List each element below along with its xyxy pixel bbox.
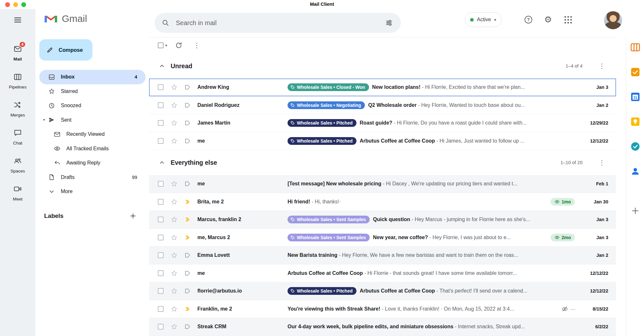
email-row[interactable]: Franklin, me 2You're viewing this with S… <box>149 300 616 318</box>
add-label-icon[interactable] <box>128 210 138 221</box>
row-checkbox[interactable] <box>158 235 164 240</box>
settings-gear-icon[interactable]: ⚙ <box>541 13 555 27</box>
row-checkbox[interactable] <box>158 102 164 108</box>
importance-marker-icon[interactable] <box>184 305 191 313</box>
star-icon[interactable] <box>171 198 178 205</box>
apps-grid-icon[interactable] <box>561 13 575 27</box>
search-options-icon[interactable] <box>382 15 396 30</box>
sidebar-item-inbox[interactable]: Inbox4 <box>39 70 146 84</box>
tasks-check-addon-icon[interactable] <box>630 66 641 78</box>
email-row[interactable]: me[Test message] New wholesale pricing -… <box>149 175 616 193</box>
star-icon[interactable] <box>171 84 178 91</box>
email-row[interactable]: Emma LovettNew Barista training - Hey Fl… <box>149 247 616 265</box>
chevron-down-icon[interactable]: ▾ <box>165 43 167 48</box>
star-icon[interactable] <box>171 305 178 313</box>
star-icon[interactable] <box>171 270 178 277</box>
star-icon[interactable] <box>171 119 178 126</box>
close-button[interactable] <box>5 2 10 7</box>
status-dropdown[interactable]: Active ▾ <box>465 12 502 27</box>
help-icon[interactable]: ? <box>521 13 535 27</box>
pipeline-stage-badge[interactable]: Wholesale Sales • Sent Samples <box>288 216 370 223</box>
star-icon[interactable] <box>171 323 178 330</box>
importance-marker-icon[interactable] <box>184 216 191 223</box>
streak-pipeline-icon[interactable] <box>184 119 191 126</box>
sidebar-item-drafts[interactable]: Drafts99 <box>39 170 146 185</box>
row-checkbox[interactable] <box>158 288 164 294</box>
streak-pipeline-icon[interactable] <box>184 323 191 330</box>
collapse-section-icon[interactable] <box>157 158 167 167</box>
sidebar-item-all-tracked-emails[interactable]: All Tracked Emails <box>39 142 146 156</box>
view-tracking-badge[interactable]: 2mo <box>551 234 575 241</box>
pipeline-stage-badge[interactable]: Wholesale Sales • Negotiating <box>288 101 365 109</box>
star-icon[interactable] <box>171 102 178 109</box>
sidebar-item-recently-viewed[interactable]: Recently Viewed <box>39 127 146 142</box>
calendar-icon[interactable]: 31 <box>630 91 641 103</box>
rail-item-pipelines[interactable]: Pipelines <box>9 72 27 89</box>
pipeline-stage-badge[interactable]: Wholesale Sales • Pitched <box>288 287 356 295</box>
streak-pipeline-icon[interactable] <box>184 102 191 109</box>
tasks-icon[interactable] <box>630 141 641 152</box>
contacts-icon[interactable] <box>630 165 641 177</box>
section-more-icon[interactable]: ⋮ <box>596 157 608 168</box>
row-checkbox[interactable] <box>158 252 164 258</box>
email-row[interactable]: Streak CRMOur 4-day work week, bulk pipe… <box>149 318 616 336</box>
select-all-checkbox[interactable]: ▾ <box>158 42 167 48</box>
row-checkbox[interactable] <box>158 120 164 126</box>
email-row[interactable]: florrie@arbutus.ioWholesale Sales • Pitc… <box>149 282 616 300</box>
section-more-icon[interactable]: ⋮ <box>596 60 608 72</box>
star-icon[interactable] <box>171 252 178 259</box>
sidebar-item-sent[interactable]: Sent <box>39 113 146 127</box>
email-row[interactable]: Marcus, franklin 2Wholesale Sales • Sent… <box>149 211 616 229</box>
view-tracking-badge[interactable]: 1mo <box>551 198 575 206</box>
collapse-icon[interactable] <box>42 118 46 122</box>
main-menu-icon[interactable] <box>11 13 25 27</box>
email-row[interactable]: Daniel RodriguezWholesale Sales • Negoti… <box>149 97 616 115</box>
streak-addon-icon[interactable] <box>630 42 641 53</box>
rail-item-merges[interactable]: Merges <box>10 100 25 117</box>
email-row[interactable]: Brita, me 2Hi friend! - Hi, thanks!·1moJ… <box>149 193 616 211</box>
keep-icon[interactable] <box>630 116 641 127</box>
row-checkbox[interactable] <box>158 270 164 276</box>
star-icon[interactable] <box>171 287 178 294</box>
star-icon[interactable] <box>171 234 178 241</box>
rail-item-mail[interactable]: 4Mail <box>11 44 24 61</box>
rail-item-spaces[interactable]: Spaces <box>10 156 25 173</box>
email-row[interactable]: James MartinWholesale Sales • PitchedRoa… <box>149 114 616 132</box>
account-avatar[interactable] <box>604 11 622 29</box>
refresh-icon[interactable] <box>172 39 185 52</box>
pipeline-stage-badge[interactable]: Wholesale Sales • Pitched <box>288 137 356 145</box>
zoom-button[interactable] <box>21 2 26 7</box>
streak-pipeline-icon[interactable] <box>184 180 191 187</box>
streak-pipeline-icon[interactable] <box>184 287 191 294</box>
streak-pipeline-icon[interactable] <box>184 137 191 145</box>
sidebar-item-more[interactable]: More <box>39 184 146 199</box>
row-checkbox[interactable] <box>158 324 164 330</box>
pipeline-stage-badge[interactable]: Wholesale Sales • Pitched <box>288 119 356 127</box>
more-options-icon[interactable]: ⋮ <box>190 39 203 52</box>
row-checkbox[interactable] <box>158 199 164 205</box>
star-icon[interactable] <box>171 216 178 223</box>
row-checkbox[interactable] <box>158 306 164 312</box>
sidebar-item-awaiting-reply[interactable]: Awaiting Reply <box>39 156 146 170</box>
email-row[interactable]: me, Marcus 2Wholesale Sales • Sent Sampl… <box>149 229 616 247</box>
email-row[interactable]: meArbutus Coffee at Coffee Coop - Hi Flo… <box>149 265 616 283</box>
collapse-section-icon[interactable] <box>157 61 167 71</box>
row-checkbox[interactable] <box>158 181 164 187</box>
search-input[interactable]: Search in mail <box>176 19 382 27</box>
email-row[interactable]: meWholesale Sales • PitchedArbutus Coffe… <box>149 132 616 150</box>
importance-marker-icon[interactable] <box>184 234 191 241</box>
star-icon[interactable] <box>171 137 178 145</box>
streak-pipeline-icon[interactable] <box>184 252 191 259</box>
streak-pipeline-icon[interactable] <box>184 84 191 91</box>
streak-pipeline-icon[interactable] <box>184 270 191 277</box>
sidebar-item-snoozed[interactable]: Snoozed <box>39 98 146 113</box>
sidebar-item-starred[interactable]: Starred <box>39 84 146 99</box>
email-row[interactable]: Andrew KingWholesale Sales • Closed - Wo… <box>149 79 616 97</box>
get-addons-icon[interactable] <box>630 205 641 217</box>
row-checkbox[interactable] <box>158 217 164 222</box>
minimize-button[interactable] <box>13 2 18 7</box>
star-icon[interactable] <box>171 180 178 187</box>
search-bar[interactable]: Search in mail <box>155 13 401 33</box>
rail-item-meet[interactable]: Meet <box>11 184 24 201</box>
importance-marker-icon[interactable] <box>184 198 191 205</box>
